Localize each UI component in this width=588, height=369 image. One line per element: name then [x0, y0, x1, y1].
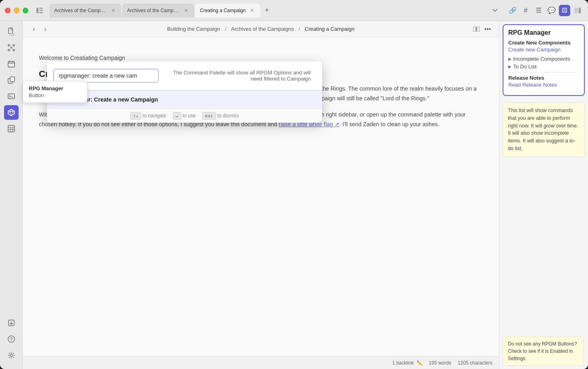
left-sidebar-toggle[interactable] — [35, 6, 45, 15]
breadcrumb-sep1: / — [225, 26, 227, 32]
breadcrumb-part1[interactable]: Building the Campaign — [167, 26, 220, 32]
back-button[interactable]: ‹ — [29, 24, 39, 34]
new-tab-button[interactable]: + — [261, 5, 272, 16]
window: Archives of the Campaigns ✕ Archives of … — [0, 0, 588, 369]
command-input-row: The Command Palette will show all RPGM O… — [47, 62, 322, 90]
tab-archives-2[interactable]: Archives of the Campaigns ✕ — [122, 4, 194, 17]
svg-line-15 — [11, 45, 14, 48]
list-icon[interactable]: ☰ — [533, 5, 544, 16]
incomplete-components-toggle[interactable]: ▶ Incomplete Components — [508, 56, 579, 62]
toolbar-icons: 🔗 # ☰ 💬 ⚄ — [507, 5, 583, 16]
bottom-note: Do not see any RPGM Buttons? Check to se… — [503, 337, 584, 366]
todo-list-label: To Do List — [513, 64, 537, 70]
tab-creating-campaign[interactable]: Creating a Campaign ✕ — [195, 4, 260, 17]
tab-close-3[interactable]: ✕ — [249, 7, 255, 14]
svg-rect-1 — [39, 8, 43, 9]
rpg-manager-panel: RPG Manager Create New Components Create… — [503, 24, 585, 96]
info-note: This list will show commands that you ar… — [503, 102, 585, 157]
tab-label-2: Archives of the Campaigns — [127, 8, 180, 13]
svg-line-17 — [11, 48, 14, 50]
link-icon[interactable]: 🔗 — [507, 5, 518, 16]
bottom-note-line1: Do not see any RPGM Buttons? — [508, 340, 578, 348]
breadcrumb-path: Building the Campaign / Archives of the … — [53, 26, 468, 32]
sidebar-right-icon[interactable] — [572, 5, 583, 16]
command-input-field[interactable] — [53, 69, 159, 83]
command-footer: ↑↓ to navigate ↵ to use esc to dismiss — [47, 109, 322, 123]
svg-rect-18 — [8, 62, 15, 67]
sidebar-icon-help[interactable]: ? — [4, 332, 19, 346]
tabs-dropdown-button[interactable] — [489, 5, 501, 16]
command-palette[interactable]: The Command Palette will show all RPGM O… — [47, 62, 322, 123]
svg-rect-4 — [574, 8, 578, 13]
rpg-manager-tooltip: RPG Manager Button — [23, 81, 87, 103]
todo-list-toggle[interactable]: ▶ To Do List — [508, 64, 579, 70]
footer-use: ↵ to use — [173, 113, 196, 119]
sidebar-icon-import[interactable] — [4, 316, 19, 330]
status-bar: 1 backlink ✏️ 195 words 1205 characters — [23, 356, 499, 369]
tab-close-2[interactable]: ✕ — [183, 7, 189, 14]
svg-rect-0 — [36, 8, 38, 13]
breadcrumb-sep2: / — [299, 26, 300, 32]
maximize-button[interactable] — [23, 8, 28, 13]
command-hint-text: The Command Palette will show all RPGM O… — [159, 66, 316, 85]
sidebar-icon-copy[interactable] — [4, 73, 19, 87]
svg-rect-7 — [11, 28, 13, 30]
svg-rect-23 — [10, 77, 15, 82]
read-release-notes-link[interactable]: Read Release Notes — [508, 82, 579, 88]
sidebar-icon-d20[interactable] — [4, 105, 19, 120]
tab-close-1[interactable]: ✕ — [110, 7, 117, 14]
svg-rect-8 — [9, 34, 14, 35]
incomplete-components-label: Incomplete Components — [513, 56, 570, 62]
chat-icon[interactable]: 💬 — [546, 5, 557, 16]
footer-dismiss: esc to dismiss — [202, 113, 239, 119]
titlebar: Archives of the Campaigns ✕ Archives of … — [0, 0, 588, 21]
command-result-highlight: Cam — [131, 96, 143, 103]
main-layout: ? RPG Manager Button ‹ › Build — [0, 21, 588, 369]
release-notes-title: Release Notes — [508, 75, 579, 81]
svg-line-14 — [9, 45, 11, 48]
svg-rect-44 — [473, 27, 476, 32]
word-count: 195 words — [429, 360, 451, 366]
sidebar-icon-files[interactable] — [4, 24, 19, 39]
svg-text:?: ? — [10, 337, 12, 341]
tab-archives-1[interactable]: Archives of the Campaigns ✕ — [49, 4, 121, 17]
breadcrumb-part2[interactable]: Archives of the Campaigns — [231, 26, 294, 32]
more-options-button[interactable]: ••• — [483, 24, 492, 34]
svg-rect-24 — [8, 94, 15, 99]
close-button[interactable] — [5, 8, 11, 13]
create-campaign-link[interactable]: Create new Campaign — [508, 47, 579, 53]
breadcrumb-part3: Creating a Campaign — [305, 26, 354, 32]
breadcrumb-nav: ‹ › — [29, 24, 50, 34]
content-area: ‹ › Building the Campaign / Archives of … — [23, 21, 499, 369]
minimize-button[interactable] — [14, 8, 19, 13]
sidebar-icon-table[interactable] — [4, 121, 19, 136]
forward-button[interactable]: › — [40, 24, 50, 34]
char-count: 1205 characters — [458, 360, 492, 366]
traffic-lights — [5, 8, 28, 13]
breadcrumb-icons: ••• — [471, 24, 492, 34]
sidebar-icon-calendar[interactable] — [4, 57, 19, 71]
d20-icon[interactable]: ⚄ — [559, 5, 570, 16]
sidebar-bottom: ? — [4, 316, 19, 366]
tabs-bar: Archives of the Campaigns ✕ Archives of … — [49, 4, 501, 17]
tab-label-3: Creating a Campaign — [200, 8, 246, 13]
reading-mode-button[interactable] — [471, 24, 481, 34]
breadcrumb-bar: ‹ › Building the Campaign / Archives of … — [23, 21, 499, 37]
sidebar-icon-settings[interactable] — [4, 348, 19, 363]
svg-line-16 — [9, 48, 11, 50]
rpg-panel-title: RPG Manager — [508, 29, 579, 36]
backlink-count[interactable]: 1 backlink ✏️ — [392, 360, 422, 366]
command-result-row[interactable]: RPG Manager: Create a new Campaign — [47, 91, 322, 109]
sidebar-icon-graph[interactable] — [4, 40, 19, 55]
rpg-tooltip-title: RPG Manager — [29, 85, 81, 91]
todo-arrow-icon: ▶ — [508, 64, 512, 69]
svg-rect-45 — [477, 27, 480, 32]
footer-navigate: ↑↓ to navigate — [130, 113, 166, 119]
svg-rect-3 — [39, 12, 43, 13]
incomplete-arrow-icon: ▶ — [508, 57, 512, 61]
sidebar-icon-terminal[interactable] — [4, 89, 19, 104]
svg-point-43 — [10, 354, 13, 356]
bottom-note-line2: Check to see if it is Enabled in Setting… — [508, 348, 578, 362]
tag-icon[interactable]: # — [520, 5, 531, 16]
create-components-title: Create New Components — [508, 40, 579, 46]
